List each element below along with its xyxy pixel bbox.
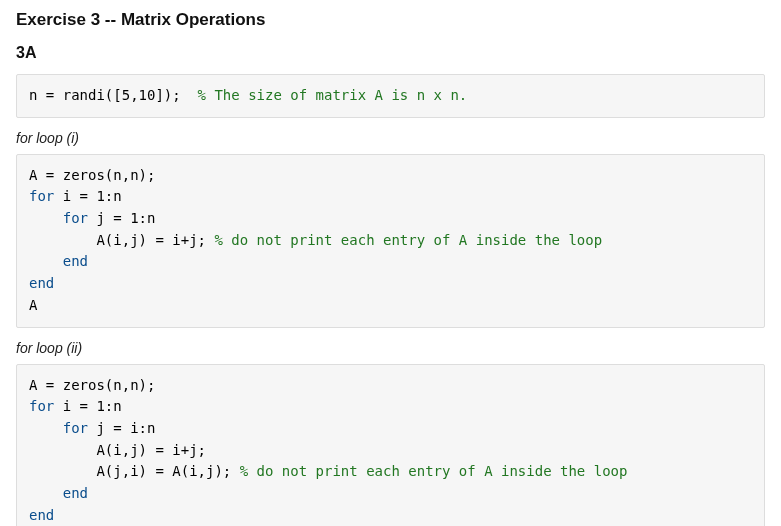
code-keyword: end — [63, 253, 88, 269]
code-block-setup: n = randi([5,10]); % The size of matrix … — [16, 74, 765, 118]
caption-loop-ii: for loop (ii) — [16, 340, 765, 356]
code-text — [29, 253, 63, 269]
code-keyword: for — [63, 420, 88, 436]
code-text — [29, 210, 63, 226]
code-text: A = zeros(n,n); — [29, 167, 155, 183]
code-text: j = 1:n — [88, 210, 155, 226]
code-text: n = randi([5,10]); — [29, 87, 198, 103]
caption-loop-i: for loop (i) — [16, 130, 765, 146]
code-keyword: end — [29, 507, 54, 523]
code-keyword: end — [63, 485, 88, 501]
code-text: A(i,j) = i+j; — [29, 442, 206, 458]
page-root: Exercise 3 -- Matrix Operations 3A n = r… — [0, 0, 781, 526]
code-keyword: for — [29, 188, 54, 204]
code-text: A(i,j) = i+j; — [29, 232, 214, 248]
code-text: A = zeros(n,n); — [29, 377, 155, 393]
code-text: i = 1:n — [54, 188, 121, 204]
code-keyword: for — [63, 210, 88, 226]
code-block-loop-i: A = zeros(n,n); for i = 1:n for j = 1:n … — [16, 154, 765, 328]
code-comment: % do not print each entry of A inside th… — [214, 232, 602, 248]
code-text: j = i:n — [88, 420, 155, 436]
exercise-title: Exercise 3 -- Matrix Operations — [16, 10, 765, 30]
code-block-loop-ii: A = zeros(n,n); for i = 1:n for j = i:n … — [16, 364, 765, 527]
code-text — [29, 420, 63, 436]
exercise-subheading: 3A — [16, 44, 765, 62]
code-keyword: for — [29, 398, 54, 414]
code-text: A — [29, 297, 37, 313]
code-comment: % The size of matrix A is n x n. — [198, 87, 468, 103]
code-comment: % do not print each entry of A inside th… — [240, 463, 628, 479]
code-text: i = 1:n — [54, 398, 121, 414]
code-text: A(j,i) = A(i,j); — [29, 463, 240, 479]
code-keyword: end — [29, 275, 54, 291]
code-text — [29, 485, 63, 501]
